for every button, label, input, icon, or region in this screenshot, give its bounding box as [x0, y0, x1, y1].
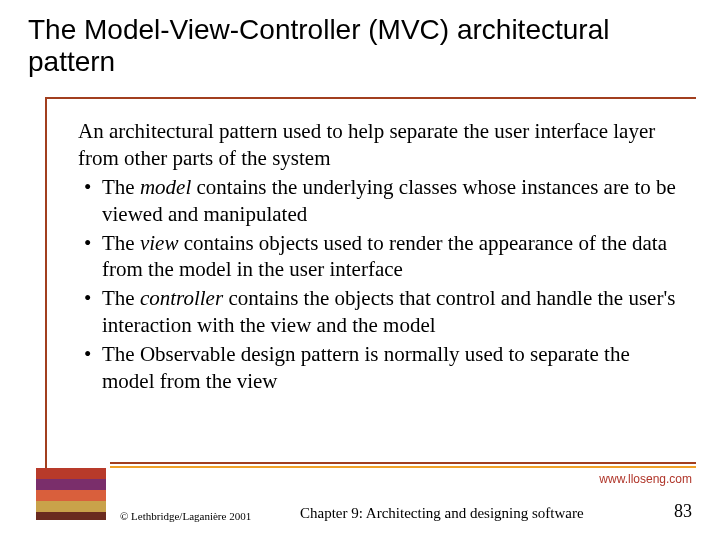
bottom-rule: [110, 462, 696, 468]
vertical-rule: [45, 97, 47, 468]
slide-title: The Model-View-Controller (MVC) architec…: [0, 0, 720, 84]
bullet-pre: The: [102, 175, 140, 199]
chapter-text: Chapter 9: Architecting and designing so…: [300, 505, 584, 522]
bullet-post: The Observable design pattern is normall…: [102, 342, 630, 393]
list-item: The controller contains the objects that…: [78, 285, 680, 339]
bullet-pre: The: [102, 231, 140, 255]
swatch-row: [36, 479, 106, 490]
bullet-term: controller: [140, 286, 223, 310]
bullet-pre: The: [102, 286, 140, 310]
list-item: The view contains objects used to render…: [78, 230, 680, 284]
swatch-row: [36, 468, 106, 479]
bullet-term: model: [140, 175, 191, 199]
swatch-row: [36, 490, 106, 501]
list-item: The model contains the underlying classe…: [78, 174, 680, 228]
slide: The Model-View-Controller (MVC) architec…: [0, 0, 720, 540]
url-text: www.lloseng.com: [599, 472, 692, 486]
list-item: The Observable design pattern is normall…: [78, 341, 680, 395]
title-rule: [45, 97, 696, 99]
page-number: 83: [674, 501, 692, 522]
bullet-term: view: [140, 231, 178, 255]
copyright-text: © Lethbridge/Laganière 2001: [120, 510, 251, 522]
intro-text: An architectural pattern used to help se…: [78, 118, 680, 172]
bullet-list: The model contains the underlying classe…: [78, 174, 680, 395]
footer: © Lethbridge/Laganière 2001 Chapter 9: A…: [0, 502, 720, 522]
bullet-post: contains objects used to render the appe…: [102, 231, 667, 282]
slide-body: An architectural pattern used to help se…: [78, 118, 680, 395]
